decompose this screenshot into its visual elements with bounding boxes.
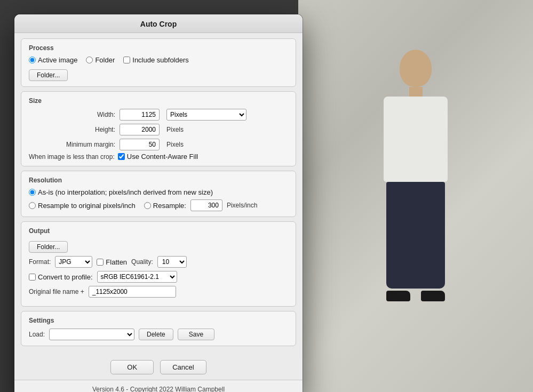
- format-label: Format:: [29, 258, 51, 266]
- width-input[interactable]: [120, 109, 160, 121]
- resample-option[interactable]: Resample:: [144, 202, 186, 210]
- format-select[interactable]: JPG PNG TIFF PSD: [55, 256, 92, 268]
- filename-label: Original file name +: [29, 288, 84, 295]
- flatten-label: Flatten: [106, 258, 127, 266]
- settings-row: Load: Delete Save: [29, 329, 288, 340]
- height-unit-label: Pixels: [166, 126, 246, 133]
- quality-select[interactable]: 1234 5678 9101112: [157, 256, 187, 268]
- left-shoe: [386, 291, 410, 301]
- active-image-radio[interactable]: [29, 57, 36, 63]
- as-is-option[interactable]: As-is (no interpolation; pixels/inch der…: [29, 188, 288, 196]
- format-row: Format: JPG PNG TIFF PSD Flatten Quality…: [29, 256, 288, 268]
- height-label: Height:: [29, 126, 115, 133]
- width-unit-select[interactable]: Pixels Inches cm mm: [166, 109, 246, 121]
- as-is-label: As-is (no interpolation; pixels/inch der…: [38, 188, 213, 196]
- person-head: [400, 50, 432, 87]
- background-photo: [298, 0, 533, 392]
- profile-row: Convert to profile: sRGB IEC61961-2.1: [29, 271, 288, 283]
- copyright-text: Version 4.6 - Copyright 2022 William Cam…: [92, 386, 225, 392]
- process-label: Process: [29, 44, 288, 52]
- active-image-option[interactable]: Active image: [29, 56, 77, 64]
- as-is-radio[interactable]: [29, 189, 36, 196]
- resample-value-input[interactable]: [190, 199, 222, 211]
- flatten-option[interactable]: Flatten: [97, 258, 127, 266]
- person-neck: [409, 87, 423, 97]
- convert-profile-option[interactable]: Convert to profile:: [29, 273, 93, 281]
- include-subfolders-option[interactable]: Include subfolders: [123, 56, 189, 64]
- dialog-body: Process Active image Folder Include subf…: [14, 33, 303, 356]
- flatten-checkbox[interactable]: [97, 259, 104, 266]
- size-section: Size Width: Pixels Inches cm mm Height: …: [21, 91, 296, 166]
- dialog-titlebar: Auto Crop: [14, 14, 303, 33]
- folder-radio[interactable]: [86, 57, 93, 63]
- dialog-buttons: OK Cancel: [14, 356, 303, 380]
- resolution-label: Resolution: [29, 177, 288, 184]
- person-shoes: [362, 291, 469, 301]
- quality-label: Quality:: [131, 258, 153, 266]
- process-row: Active image Folder Include subfolders: [29, 56, 288, 64]
- resample-original-option[interactable]: Resample to original pixels/inch: [29, 202, 136, 210]
- dialog-title: Auto Crop: [140, 20, 177, 28]
- right-shoe: [421, 291, 445, 301]
- when-image-label: When image is less than crop:: [29, 153, 115, 161]
- pixels-inch-label: Pixels/inch: [227, 202, 257, 209]
- output-folder-button[interactable]: Folder...: [29, 241, 68, 253]
- folder-option[interactable]: Folder: [86, 56, 115, 64]
- process-section: Process Active image Folder Include subf…: [21, 38, 296, 87]
- resolution-section: Resolution As-is (no interpolation; pixe…: [21, 171, 296, 217]
- content-aware-checkbox[interactable]: [118, 153, 125, 160]
- copyright-bar: Version 4.6 - Copyright 2022 William Cam…: [14, 380, 303, 392]
- resample-radio[interactable]: [144, 202, 151, 209]
- size-label: Size: [29, 97, 288, 105]
- settings-label: Settings: [29, 317, 288, 324]
- folder-label: Folder: [95, 56, 115, 64]
- resolution-options: As-is (no interpolation; pixels/inch der…: [29, 188, 288, 211]
- save-button[interactable]: Save: [178, 329, 214, 340]
- min-margin-label: Minimum margin:: [29, 141, 115, 148]
- profile-select[interactable]: sRGB IEC61961-2.1: [97, 271, 177, 283]
- convert-profile-checkbox[interactable]: [29, 274, 36, 281]
- min-margin-input[interactable]: [120, 139, 160, 150]
- filename-row: Original file name +: [29, 286, 288, 298]
- output-section: Output Folder... Format: JPG PNG TIFF PS…: [21, 221, 296, 307]
- person-pants: [386, 182, 445, 289]
- auto-crop-dialog: Auto Crop Process Active image Folder: [14, 14, 303, 392]
- resample-original-label: Resample to original pixels/inch: [38, 202, 136, 210]
- fill-row: When image is less than crop: Use Conten…: [29, 153, 288, 161]
- size-grid: Width: Pixels Inches cm mm Height: Pixel…: [29, 109, 288, 150]
- resample-original-radio[interactable]: [29, 202, 36, 209]
- include-subfolders-checkbox[interactable]: [123, 57, 130, 63]
- resample-label: Resample:: [153, 202, 186, 210]
- include-subfolders-label: Include subfolders: [132, 56, 189, 64]
- process-folder-button[interactable]: Folder...: [29, 69, 68, 81]
- process-radio-group: Active image Folder Include subfolders: [29, 56, 189, 64]
- output-label: Output: [29, 227, 288, 235]
- content-aware-label: Use Content-Aware Fill: [127, 153, 198, 161]
- person-body: [384, 97, 448, 182]
- cancel-button[interactable]: Cancel: [160, 360, 206, 374]
- width-label: Width:: [29, 111, 115, 118]
- resample-row: Resample to original pixels/inch Resampl…: [29, 199, 288, 211]
- convert-label: Convert to profile:: [38, 273, 93, 281]
- load-label: Load:: [29, 331, 45, 338]
- margin-unit-label: Pixels: [166, 141, 246, 148]
- height-input[interactable]: [120, 124, 160, 135]
- settings-section: Settings Load: Delete Save: [21, 311, 296, 346]
- person-figure: [362, 50, 469, 343]
- active-image-label: Active image: [38, 56, 77, 64]
- filename-input[interactable]: [89, 286, 176, 298]
- ok-button[interactable]: OK: [110, 360, 154, 374]
- delete-button[interactable]: Delete: [139, 329, 173, 340]
- content-aware-option[interactable]: Use Content-Aware Fill: [118, 153, 198, 161]
- load-select[interactable]: [49, 329, 134, 340]
